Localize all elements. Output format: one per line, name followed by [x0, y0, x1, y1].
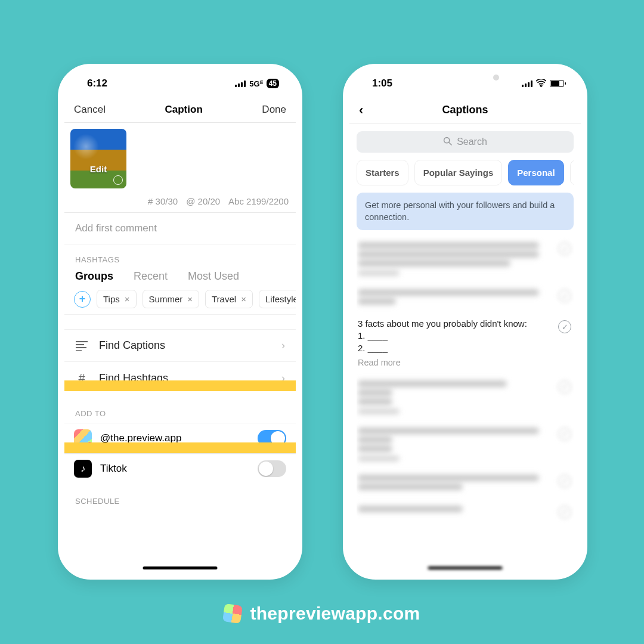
seg-recent[interactable]: Recent — [134, 270, 168, 283]
done-button[interactable]: Done — [262, 104, 286, 116]
add-hashtag-group-button[interactable]: + — [74, 291, 91, 308]
tools-list: Find Captions › # Find Hashtags › — [64, 329, 296, 395]
preview-handle: @the.preview.app — [100, 432, 181, 444]
select-caption-icon[interactable]: ✓ — [558, 242, 571, 255]
chevron-right-icon: › — [281, 372, 285, 385]
first-comment-input[interactable]: Add first comment — [64, 213, 296, 244]
search-input[interactable]: Search — [357, 131, 574, 153]
tab-starters[interactable]: Starters — [357, 160, 408, 185]
category-description-banner: Get more personal with your followers an… — [357, 193, 574, 230]
nav-bar: Cancel Caption Done — [64, 97, 296, 123]
footer-brand: thepreviewapp.com — [0, 603, 644, 624]
edit-thumbnail-label: Edit — [70, 164, 126, 174]
status-time: 1:05 — [372, 78, 392, 89]
find-hashtags-label: Find Hashtags — [99, 372, 168, 385]
mention-counter: @ 20/20 — [186, 196, 220, 206]
hashtag-chip-row: + Tips× Summer× Travel× Lifestyle — [64, 290, 296, 315]
brand-url: thepreviewapp.com — [250, 603, 420, 624]
home-indicator — [143, 566, 218, 569]
char-counter: Abc 2199/2200 — [228, 196, 289, 206]
tab-personal[interactable]: Personal — [508, 160, 564, 185]
select-caption-icon[interactable]: ✓ — [558, 506, 571, 519]
post-thumbnail[interactable]: Edit — [70, 129, 126, 188]
close-icon[interactable]: × — [187, 294, 193, 304]
caption-item-blurred[interactable]: ✓ — [358, 287, 572, 307]
chip-summer[interactable]: Summer× — [143, 290, 199, 308]
phone-left: 6:12 5Gᴱ 45 Cancel Caption Done Edit # — [58, 64, 302, 580]
hashtag-icon: # — [75, 371, 88, 385]
find-hashtags-row[interactable]: # Find Hashtags › — [64, 361, 296, 395]
cellular-icon — [235, 80, 246, 87]
tab-popular-sayings[interactable]: Popular Sayings — [414, 160, 503, 185]
cellular-icon — [522, 80, 532, 87]
caption-line: 1. ____ — [358, 330, 549, 342]
select-caption-icon[interactable]: ✓ — [558, 320, 571, 333]
caption-item[interactable]: 3 facts about me you probably didn't kno… — [358, 318, 572, 367]
search-placeholder: Search — [457, 137, 487, 147]
chip-lifestyle[interactable]: Lifestyle — [259, 290, 296, 308]
wifi-icon — [536, 79, 546, 89]
captions-list[interactable]: ✓ ✓ 3 facts about me you probably didn't… — [357, 237, 574, 573]
find-captions-label: Find Captions — [99, 339, 165, 352]
tiktok-toggle[interactable] — [258, 460, 286, 477]
close-icon[interactable]: × — [125, 294, 130, 304]
caption-item-blurred[interactable]: ✓ — [358, 472, 572, 493]
seg-most-used[interactable]: Most Used — [188, 270, 239, 283]
back-button[interactable]: ‹ — [359, 103, 363, 118]
select-caption-icon[interactable]: ✓ — [558, 428, 571, 441]
hashtags-section-label: HASHTAGS — [64, 244, 296, 269]
caption-item-blurred[interactable]: ✓ — [358, 503, 572, 515]
select-caption-icon[interactable]: ✓ — [558, 380, 571, 394]
nav-title: Caption — [165, 104, 203, 116]
chip-tips[interactable]: Tips× — [97, 290, 137, 308]
hash-counter: # 30/30 — [148, 196, 178, 206]
notch — [414, 70, 516, 86]
captions-title: Captions — [442, 104, 488, 116]
close-icon[interactable]: × — [241, 294, 246, 304]
notch — [129, 70, 231, 86]
phone-right: 1:05 ‹ Captions Search — [343, 64, 587, 580]
preview-toggle[interactable] — [258, 430, 286, 447]
tiktok-app-icon: ♪ — [74, 460, 92, 478]
seg-groups[interactable]: Groups — [75, 270, 113, 283]
caption-item-blurred[interactable]: ✓ — [358, 425, 572, 462]
chevron-right-icon: › — [281, 339, 285, 352]
select-caption-icon[interactable]: ✓ — [558, 475, 571, 488]
svg-point-0 — [444, 137, 450, 143]
read-more-link[interactable]: Read more — [358, 358, 549, 367]
hashtag-segment: Groups Recent Most Used — [64, 269, 296, 290]
captions-icon — [75, 341, 88, 351]
status-time: 6:12 — [87, 78, 107, 89]
caption-line: 2. ____ — [358, 342, 549, 354]
caption-item-blurred[interactable]: ✓ — [358, 240, 572, 276]
caption-line: 3 facts about me you probably didn't kno… — [358, 318, 549, 330]
select-caption-icon[interactable]: ✓ — [558, 289, 571, 302]
schedule-section-label: SCHEDULE — [64, 484, 296, 510]
addto-tiktok-row[interactable]: ♪ Tiktok — [64, 453, 296, 484]
svg-line-1 — [449, 143, 451, 145]
preview-app-icon — [74, 429, 92, 447]
addto-section-label: ADD TO — [64, 395, 296, 423]
home-indicator — [428, 566, 503, 569]
preview-logo-icon — [222, 603, 243, 624]
addto-list: @the.preview.app ♪ Tiktok — [64, 423, 296, 484]
network-label: 5Gᴱ — [249, 79, 262, 88]
captions-nav: ‹ Captions — [349, 97, 581, 124]
find-captions-row[interactable]: Find Captions › — [64, 329, 296, 361]
chip-travel[interactable]: Travel× — [205, 290, 253, 308]
caption-editor-area[interactable]: Edit # 30/30 @ 20/20 Abc 2199/2200 — [64, 123, 296, 213]
battery-icon — [550, 80, 564, 87]
caption-item-blurred[interactable]: ✓ — [358, 378, 572, 414]
search-icon — [443, 137, 452, 148]
multipost-icon — [113, 175, 123, 185]
tab-get-comments[interactable]: Get Comments — [570, 160, 574, 185]
tiktok-label: Tiktok — [100, 463, 127, 475]
addto-preview-row[interactable]: @the.preview.app — [64, 423, 296, 453]
cancel-button[interactable]: Cancel — [74, 104, 106, 116]
caption-category-tabs: Starters Popular Sayings Personal Get Co… — [357, 160, 574, 185]
battery-badge: 45 — [267, 79, 279, 88]
